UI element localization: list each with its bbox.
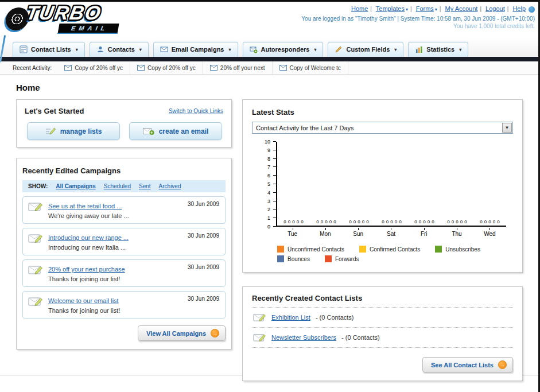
filter-sent[interactable]: Sent [139,183,151,189]
campaign-title-link[interactable]: Introducing our new range ... [48,234,129,241]
filter-scheduled[interactable]: Scheduled [104,183,131,189]
filter-all-campaigns[interactable]: All Campaigns [56,183,95,189]
dropdown-arrow-icon: ▾ [394,47,397,52]
recent-activity-item[interactable]: Copy of 20% off yc [57,61,130,74]
stats-period-select[interactable]: Contact Activity for the Last 7 Days ▼ [252,122,513,134]
see-all-contact-lists-button[interactable]: See All Contact Lists → [422,357,513,372]
chart-bar-value: 0 [484,219,487,224]
nav-divider-bar [0,57,538,61]
help-badge-icon[interactable] [529,6,535,13]
chart-x-label: Sat [375,228,407,243]
header-links: Home| Templates▾| Forms▾| My Account| Lo… [301,5,535,13]
envelope-icon [210,65,217,71]
chart-bar-group: 00000 [441,142,473,226]
dropdown-arrow-icon: ▾ [139,47,142,52]
chart-bar-value: 0 [456,219,458,224]
dropdown-arrow-icon: ▾ [406,7,408,12]
contact-list-count: - (0 Contacts) [316,314,354,321]
legend-label: Unconfirmed Contacts [288,246,344,253]
campaign-date: 30 Jun 2009 [188,232,219,239]
chart-bar-value: 0 [288,219,290,224]
legend-label: Forwards [335,256,359,262]
tab-custom-fields[interactable]: Custom Fields▾ [328,42,403,57]
recent-activity-item[interactable]: Copy of Welcome tc [273,61,348,74]
tab-contact-lists[interactable]: Contact Lists▾ [13,42,85,57]
chart-bar-value: 0 [333,219,336,224]
separator: | [480,6,481,12]
chart-x-label: Fri [407,228,440,243]
chart-x-label: Mon [309,228,341,243]
chart-bar-group: 00000 [375,142,408,226]
header-link-templates[interactable]: Templates [376,5,405,12]
manage-lists-button[interactable]: manage lists [27,122,120,140]
latest-stats-title: Latest Stats [252,108,294,117]
stats-period-value: Contact Activity for the Last 7 Days [256,125,354,131]
contact-list-count: - (0 Contacts) [341,334,380,341]
switch-quick-links-link[interactable]: Switch to Quick Links [169,108,223,114]
chart-bar-value: 0 [414,219,417,224]
separator: | [370,6,372,12]
chart-y-tick-label: 3 [267,199,270,204]
statistics-icon [415,45,423,53]
recent-activity-item[interactable]: Copy of 20% off yc [130,61,203,74]
chart-bar-value: 0 [447,219,449,224]
chart-plot: 00000000000000000000000000000000000 [276,142,506,227]
header-link-help[interactable]: Help [512,5,526,12]
tab-contacts[interactable]: Contacts▾ [90,42,149,57]
chart-bar-value: 0 [301,219,303,224]
recent-activity-bar: Recent Activity: Copy of 20% off yc Copy… [0,61,538,75]
chart-bar-value: 0 [419,219,421,224]
chart-bar-value: 0 [382,219,384,224]
dropdown-arrow-icon: ▾ [76,47,78,52]
chart-bar-value: 0 [464,219,467,224]
legend-swatch-bounces [277,255,284,262]
edit-envelope-icon [253,332,266,343]
chart-bar-value: 0 [493,219,495,224]
chart-y-tick-label: 7 [267,164,270,170]
header-link-home[interactable]: Home [351,5,368,12]
campaign-title-link[interactable]: See us at the retail food ... [48,203,122,209]
main-navigation: Contact Lists▾ Contacts▾ Email Campaigns… [0,37,538,57]
tab-statistics[interactable]: Statistics▾ [408,42,468,57]
chart-bar-value: 0 [399,219,401,224]
create-email-button[interactable]: create an email [129,122,222,140]
tab-email-campaigns[interactable]: Email Campaigns▾ [153,42,238,57]
recent-activity-item[interactable]: 20% off your next [203,61,273,74]
campaign-subtitle: Thanks for joining our list! [48,307,174,314]
header-link-logout[interactable]: Logout [485,5,505,12]
view-all-campaigns-button[interactable]: View All Campaigns → [138,325,226,341]
chart-y-tick-label: 8 [267,156,270,162]
tab-autoresponders[interactable]: Autoresponders▾ [243,42,324,57]
chart-bar-value: 0 [428,219,430,224]
contact-list-link[interactable]: Exhibition List [271,314,310,321]
chart-bar-group: 00000 [310,142,343,226]
separator: | [440,6,441,12]
chart-bar-value: 0 [366,219,368,224]
chart-y-tick-label: 6 [267,173,270,178]
filter-archived[interactable]: Archived [159,183,181,189]
header-link-my-account[interactable]: My Account [445,5,478,12]
contact-list-link[interactable]: Newsletter Subscribers [271,334,336,341]
view-all-campaigns-label: View All Campaigns [146,330,206,337]
campaign-subtitle: Thanks for joining our list! [48,275,174,282]
chart-bar-value: 0 [390,219,393,224]
legend-label: Confirmed Contacts [370,246,420,253]
header-link-forms[interactable]: Forms [416,5,434,12]
get-started-title: Let's Get Started [25,107,84,115]
page-title: Home [16,83,523,92]
contact-lists-title: Recently Created Contact Lists [252,294,513,308]
main-content: Home Let's Get Started Switch to Quick L… [0,75,538,375]
chart-bar-value: 0 [292,219,294,224]
campaign-title-link[interactable]: 20% off your next purchase [48,266,125,273]
see-all-contact-lists-label: See All Contact Lists [431,362,494,368]
campaign-title-link[interactable]: Welcome to our email list [48,297,119,304]
campaign-date: 30 Jun 2009 [188,264,219,270]
chart-bar-value: 0 [386,219,389,224]
chart-bar-value: 0 [283,219,286,224]
top-header: TURBO EMAIL Home| Templates▾| Forms▾| My… [0,2,538,37]
campaigns-title: Recently Edited Campaigns [22,166,121,175]
legend-swatch-forwards [325,255,332,262]
legend-label: Unsubscribes [445,246,480,253]
chart-y-tick-label: 2 [267,207,270,212]
activity-item-label: Copy of 20% off yc [147,65,196,71]
